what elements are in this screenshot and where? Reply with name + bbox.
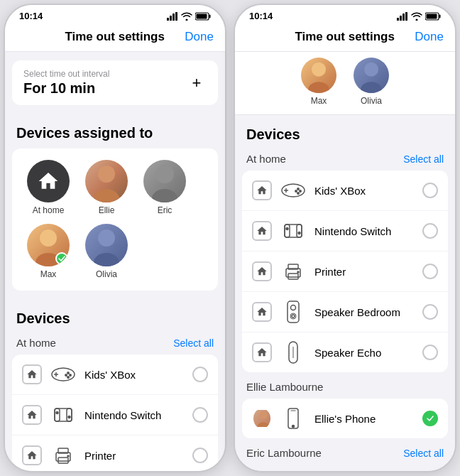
avatar-circle-olivia [85,224,128,266]
phone-container: 10:14 [1,1,459,475]
status-time-1: 10:14 [19,11,43,21]
status-icons-2 [397,12,441,21]
home-icon [37,170,60,193]
device-toggle-printer-1[interactable] [192,448,208,463]
top-avatar-max[interactable]: Max [301,58,336,106]
devices-location-home-1: At home Select all [12,334,218,355]
svg-point-13 [98,229,115,247]
done-button-1[interactable]: Done [185,30,214,44]
speaker-svg [285,301,302,323]
device-toggle-speaker-bedroom[interactable] [422,304,438,320]
home-mini-icon-switch-1 [22,405,42,425]
switch-icon-1 [49,404,77,426]
svg-point-61 [290,313,296,319]
scroll-content-1: Select time out interval For 10 min + De… [5,52,225,471]
status-bar-1: 10:14 [5,5,225,24]
status-icons-1 [167,12,211,21]
time-interval-card: Select time out interval For 10 min + [12,60,218,105]
avatar-circle-ellie [85,160,128,202]
svg-point-20 [65,374,67,376]
home-icon-printer-2 [256,266,268,277]
nav-bar-2: Time out settings Done [235,24,455,52]
avatar-circle-max [27,224,70,266]
device-row-ellies-phone[interactable]: Ellie's Phone [242,399,448,438]
avatar-label-ellie: Ellie [99,205,115,215]
wifi-icon-2 [411,12,422,21]
device-row-switch-1[interactable]: Nintendo Switch [12,395,218,436]
wifi-icon [181,12,192,21]
svg-point-41 [361,82,382,93]
nintendo-switch-icon [50,406,76,423]
done-button-2[interactable]: Done [415,30,444,44]
avatar-label-max: Max [40,269,57,279]
top-scroll-avatars: Max Olivia [235,52,455,115]
home-mini-icon-xbox-1 [22,364,42,384]
svg-rect-5 [209,14,211,18]
device-row-speaker-bedroom[interactable]: Speaker Bedroom [242,292,448,332]
home-icon-speaker-echo [256,347,268,358]
device-toggle-ellies-phone[interactable] [422,411,438,426]
avatar-item-ellie[interactable]: Ellie [82,160,131,215]
svg-point-19 [70,374,71,376]
avatar-item-eric[interactable]: Eric [140,160,190,215]
device-row-switch-2[interactable]: Nintendo Switch [242,211,448,251]
check-badge-max [55,252,68,265]
devices-section-2: At home Select all [242,150,448,465]
person-silhouette-olivia [89,224,124,266]
device-row-xbox-2[interactable]: Kids' XBox [242,171,448,211]
select-all-home-1[interactable]: Select all [173,337,214,349]
select-all-eric[interactable]: Select all [403,448,444,459]
avatar-item-max[interactable]: Max [23,224,73,279]
device-toggle-xbox-2[interactable] [422,183,438,198]
device-toggle-xbox-1[interactable] [192,367,208,382]
svg-point-46 [300,190,301,192]
device-toggle-printer-2[interactable] [422,264,438,279]
printer-icon [53,447,74,464]
scroll-content-2: Devices At home Select all [235,115,455,471]
select-all-home-2[interactable]: Select all [403,153,444,165]
devices-assigned-header: Devices assigned to [5,114,225,148]
svg-rect-55 [288,274,298,279]
svg-point-8 [94,189,119,202]
svg-point-67 [292,426,295,428]
device-card-home-2: Kids' XBox [242,171,448,372]
device-row-printer-2[interactable]: Printer [242,251,448,292]
device-toggle-speaker-echo[interactable] [422,345,438,360]
avatars-grid: At home Ellie [23,160,207,279]
time-interval-label: Select time out interval [23,69,109,79]
svg-point-7 [98,166,115,183]
top-avatar-circle-olivia [354,58,389,93]
avatar-circle-home [27,160,70,202]
checkmark-icon [58,256,65,261]
home-mini-speaker-echo [252,342,272,362]
ellie-avatar-small [253,409,270,428]
battery-icon-2 [425,12,441,21]
location-label-home-2: At home [246,153,286,165]
home-mini-printer-2 [252,261,272,281]
avatar-label-home: At home [33,205,65,215]
svg-point-11 [40,229,57,247]
home-icon-switch-2 [256,225,268,237]
devices-location-eric: Eric Lambourne Select all [242,444,448,465]
phone-svg [287,408,300,429]
svg-rect-34 [405,12,407,21]
svg-point-26 [68,416,70,418]
device-name-speaker-echo: Speaker Echo [314,347,415,359]
svg-rect-28 [58,458,68,463]
time-interval-value: For 10 min [23,80,109,97]
device-toggle-switch-2[interactable] [422,223,438,239]
device-row-speaker-echo[interactable]: Speaker Echo [242,332,448,372]
signal-icon [167,12,178,21]
device-name-xbox-2: Kids' XBox [314,185,415,197]
top-avatar-olivia[interactable]: Olivia [354,58,389,106]
home-small-icon-2 [26,409,38,421]
devices-location-home-2: At home Select all [242,150,448,171]
device-row-xbox-1[interactable]: Kids' XBox [12,355,218,395]
device-row-printer-1[interactable]: Printer [12,436,218,471]
device-toggle-switch-1[interactable] [192,407,208,423]
svg-rect-51 [297,225,302,237]
avatar-item-olivia[interactable]: Olivia [82,224,131,279]
avatar-item-home[interactable]: At home [23,160,73,215]
switch-icon-2 [279,220,307,242]
add-time-button[interactable]: + [187,73,207,93]
